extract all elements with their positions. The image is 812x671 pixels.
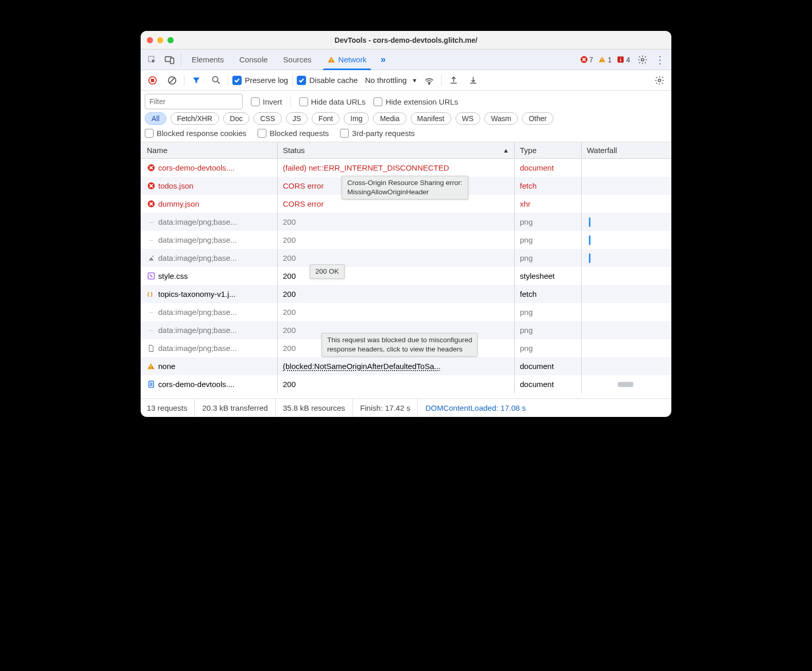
filter-pill-doc[interactable]: Doc [223, 112, 249, 125]
status-text: (blocked:NotSameOriginAfterDefaultedToSa… [283, 362, 441, 371]
table-row[interactable]: style.css200stylesheet [141, 267, 671, 285]
minimize-window-button[interactable] [157, 37, 163, 43]
type-text: png [520, 254, 533, 262]
device-toggle-icon[interactable] [161, 52, 178, 68]
upload-icon[interactable] [446, 73, 461, 88]
status-text: 200 [283, 308, 296, 316]
svg-rect-4 [331, 61, 331, 61]
row-icon: -- [147, 236, 155, 244]
issue-counts[interactable]: 7 1 4 [580, 56, 633, 64]
panel-settings-icon[interactable] [652, 73, 667, 88]
waterfall-bar [618, 382, 633, 387]
blocked-requests-checkbox[interactable]: Blocked requests [258, 129, 329, 138]
status-text: 200 [283, 290, 296, 298]
type-text: png [520, 308, 533, 316]
blocked-cookies-checkbox[interactable]: Blocked response cookies [145, 129, 246, 138]
filter-icon[interactable] [189, 73, 204, 88]
status-resources: 35.8 kB resources [276, 399, 353, 417]
row-icon [147, 254, 155, 262]
third-party-checkbox[interactable]: 3rd-party requests [340, 129, 415, 138]
status-text: (failed) net::ERR_INTERNET_DISCONNECTED [283, 163, 449, 172]
table-header: Name Status▲ Type Waterfall [141, 142, 671, 159]
table-row[interactable]: --data:image/png;base...200png [141, 231, 671, 249]
svg-line-15 [170, 78, 175, 82]
type-text: png [520, 236, 533, 244]
filter-bar: Invert Hide data URLs Hide extension URL… [141, 91, 671, 111]
warning-icon [598, 56, 606, 63]
download-icon[interactable] [465, 73, 481, 88]
hide-extension-urls-checkbox[interactable]: Hide extension URLs [374, 97, 458, 106]
preserve-log-checkbox[interactable]: Preserve log [232, 76, 288, 85]
filter-pill-js[interactable]: JS [286, 112, 308, 125]
table-row[interactable]: --data:image/png;base...200png [141, 303, 671, 321]
filter-pill-ws[interactable]: WS [455, 112, 481, 125]
status-200-tooltip: 200 OK [310, 264, 345, 279]
filter-pill-wasm[interactable]: Wasm [484, 112, 518, 125]
more-menu-icon[interactable]: ⋮ [652, 52, 668, 68]
hide-data-urls-checkbox[interactable]: Hide data URLs [299, 97, 366, 106]
window-title: DevTools - cors-demo-devtools.glitch.me/ [141, 36, 671, 44]
network-conditions-icon[interactable] [421, 73, 437, 88]
column-status[interactable]: Status▲ [278, 142, 515, 158]
throttle-select[interactable]: No throttling ▼ [365, 76, 417, 85]
table-row[interactable]: cors-demo-devtools....200document [141, 375, 671, 393]
info-icon [617, 56, 624, 63]
filter-pill-font[interactable]: Font [312, 112, 340, 125]
filter-pill-other[interactable]: Other [522, 112, 553, 125]
close-window-button[interactable] [147, 37, 153, 43]
request-name: data:image/png;base... [158, 344, 237, 353]
column-name[interactable]: Name [141, 142, 278, 158]
status-text: CORS error [283, 199, 324, 208]
filter-pill-css[interactable]: CSS [253, 112, 282, 125]
filter-pill-fetchxhr[interactable]: Fetch/XHR [171, 112, 219, 125]
svg-point-11 [641, 58, 644, 61]
network-toolbar: Preserve log Disable cache No throttling… [141, 70, 671, 91]
column-waterfall[interactable]: Waterfall [582, 142, 671, 158]
request-name: style.css [158, 272, 188, 280]
tab-network[interactable]: Network [320, 49, 374, 70]
request-name: data:image/png;base... [158, 236, 237, 244]
filter-pill-all[interactable]: All [145, 112, 166, 125]
svg-rect-27 [150, 367, 151, 368]
type-text: document [520, 362, 554, 371]
table-row[interactable]: cors-demo-devtools....(failed) net::ERR_… [141, 159, 671, 177]
filter-input[interactable] [145, 94, 243, 109]
filter-pill-manifest[interactable]: Manifest [411, 112, 451, 125]
request-name: data:image/png;base... [158, 326, 237, 334]
filter-pill-img[interactable]: Img [344, 112, 369, 125]
svg-rect-6 [602, 59, 602, 60]
filter-pill-media[interactable]: Media [373, 112, 406, 125]
type-text: xhr [520, 199, 531, 208]
tab-elements[interactable]: Elements [184, 49, 231, 70]
svg-rect-7 [602, 61, 602, 61]
devtools-window: DevTools - cors-demo-devtools.glitch.me/… [141, 31, 671, 417]
table-row[interactable]: data:image/png;base...200png [141, 249, 671, 267]
extra-filters: Blocked response cookies Blocked request… [141, 128, 671, 142]
record-button[interactable] [145, 73, 160, 88]
type-text: fetch [520, 181, 537, 190]
svg-point-18 [429, 83, 430, 84]
search-icon[interactable] [208, 73, 224, 88]
tab-console[interactable]: Console [232, 49, 275, 70]
table-row[interactable]: none(blocked:NotSameOriginAfterDefaulted… [141, 357, 671, 375]
tab-sources[interactable]: Sources [276, 49, 319, 70]
resource-type-filters: AllFetch/XHRDocCSSJSFontImgMediaManifest… [141, 111, 671, 128]
inspect-icon[interactable] [144, 52, 160, 68]
status-finish: Finish: 17.42 s [353, 399, 418, 417]
row-icon: -- [147, 308, 155, 316]
status-text: CORS error [283, 181, 324, 190]
status-text: 200 [283, 380, 296, 389]
table-row[interactable]: { }topics-taxonomy-v1.j...200fetch [141, 285, 671, 303]
column-type[interactable]: Type [515, 142, 582, 158]
settings-icon[interactable] [634, 52, 651, 68]
maximize-window-button[interactable] [167, 37, 174, 43]
clear-button[interactable] [164, 73, 180, 88]
table-row[interactable]: --data:image/png;base...200png [141, 213, 671, 231]
disable-cache-checkbox[interactable]: Disable cache [297, 76, 358, 85]
request-name: cors-demo-devtools.... [158, 163, 234, 172]
more-tabs-button[interactable]: » [375, 52, 392, 68]
status-text: 200 [283, 236, 296, 244]
invert-checkbox[interactable]: Invert [251, 97, 282, 106]
request-name: topics-taxonomy-v1.j... [158, 290, 235, 298]
svg-point-16 [212, 77, 217, 82]
